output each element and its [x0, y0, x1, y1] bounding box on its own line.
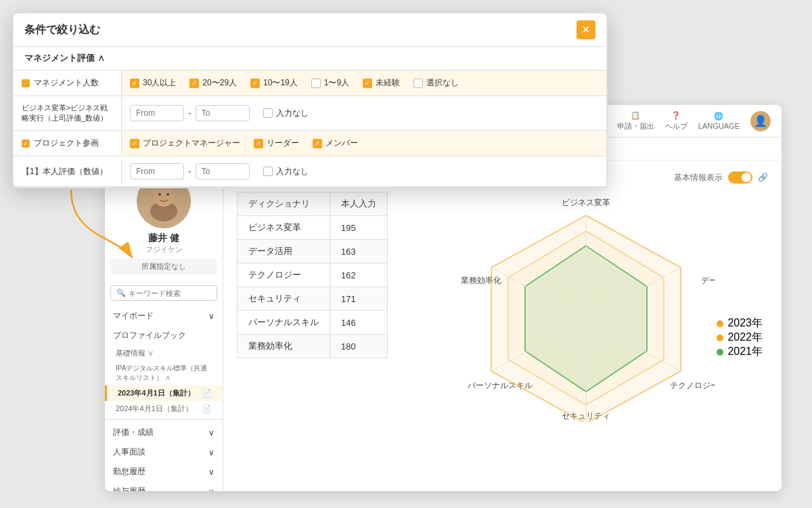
self-eval-from-input[interactable]	[130, 163, 184, 179]
main-area: 20XX年4月1日（集計） 基本情報表示 🔗 ディクショナリ 本人入力	[223, 161, 782, 491]
svg-text:ビジネス変革: ビジネス変革	[562, 198, 610, 207]
svg-text:テクノロジー: テクノロジー	[670, 381, 715, 390]
sidebar-item-2024[interactable]: 2024年4月1日（集計） 📄	[105, 401, 223, 417]
radar-chart-wrap: ビジネス変革 データ活用 テクノロジー セキュリティ パーソナルスキル 業務効率…	[404, 192, 768, 422]
sidebar-search: 🔍	[110, 285, 217, 301]
option-no-input[interactable]: 入力なし	[263, 108, 309, 119]
doc-icon: 📄	[202, 389, 212, 398]
cell-value: 162	[330, 263, 388, 287]
help-button[interactable]: ❓ ヘルプ	[665, 111, 687, 131]
sidebar-item-profilebook[interactable]: プロファイルブック	[105, 326, 223, 345]
table-row: テクノロジー 162	[238, 263, 388, 287]
cell-name: パーソナルスキル	[238, 311, 330, 335]
cell-name: テクノロジー	[238, 263, 330, 287]
data-section: ディクショナリ 本人入力 ビジネス変革 195データ活用 163テクノロジー 1…	[237, 192, 768, 422]
legend-dot-2023	[717, 320, 723, 327]
sidebar-item-interview[interactable]: 人事面談 ∨	[105, 442, 223, 462]
filter-row-self-eval: 【1】本人評価（数値） - 入力なし	[14, 156, 606, 187]
checkbox-checked-icon: ✓	[22, 140, 30, 148]
filter-label-self-eval: 【1】本人評価（数値）	[14, 159, 122, 184]
divider	[105, 419, 223, 420]
profile-kana: フジイケン	[145, 245, 183, 255]
legend-2023: 2023年	[717, 316, 763, 331]
filter-options-self-eval: - 入力なし	[122, 156, 606, 186]
option-20-29[interactable]: ✓ 20〜29人	[189, 77, 237, 89]
cell-name: セキュリティ	[238, 287, 330, 311]
table-row: パーソナルスキル 146	[238, 311, 388, 335]
col-header-dictionary: ディクショナリ	[238, 192, 330, 216]
profile-name: 藤井 健	[148, 232, 179, 245]
table-row: セキュリティ 171	[238, 287, 388, 311]
chevron-down-icon: ∨	[208, 448, 215, 457]
cell-value: 146	[330, 311, 388, 335]
option-project-manager[interactable]: ✓ プロジェクトマネージャー	[130, 137, 240, 149]
cell-name: 業務効率化	[238, 335, 330, 358]
option-no-selection[interactable]: 選択なし	[413, 77, 459, 89]
sidebar-search-input[interactable]	[129, 289, 211, 297]
table-row: ビジネス変革 195	[238, 216, 388, 240]
basic-info-toggle[interactable]	[728, 171, 752, 184]
arrow-annotation	[64, 183, 145, 267]
cell-value: 180	[330, 335, 388, 358]
data-table-wrap: ディクショナリ 本人入力 ビジネス変革 195データ活用 163テクノロジー 1…	[237, 192, 388, 422]
filter-label-business: ビジネス変革>ビジネス戦略実行（上司評価_数値）	[14, 96, 122, 130]
filter-options-business: - 入力なし	[122, 98, 606, 128]
doc-icon: 📄	[202, 404, 212, 413]
option-30plus[interactable]: ✓ 30人以上	[130, 77, 176, 89]
section-header-label: マネジメント評価 ∧	[24, 52, 105, 64]
radar-chart: ビジネス変革 データ活用 テクノロジー セキュリティ パーソナルスキル 業務効率…	[457, 192, 715, 422]
range-from-input[interactable]	[130, 105, 184, 121]
chevron-down-icon: ∨	[208, 428, 215, 438]
label-square-icon	[22, 79, 30, 87]
svg-text:データ活用: データ活用	[701, 276, 715, 285]
link-icon: 🔗	[758, 173, 768, 182]
cell-name: データ活用	[238, 240, 330, 263]
sidebar-item-attendance[interactable]: 勤怠履歴 ∨	[105, 462, 223, 482]
legend-dot-2022	[717, 335, 723, 341]
table-row: データ活用 163	[238, 240, 388, 263]
chevron-down-icon: ∨	[208, 467, 215, 477]
search-icon: 🔍	[116, 289, 126, 297]
range-to-input[interactable]	[196, 105, 250, 121]
nav-right: 📋 申請・届出 ❓ ヘルプ 🌐 LANGUAGE 👤	[617, 111, 771, 131]
legend-2021: 2021年	[717, 345, 763, 359]
sidebar-item-basic-info[interactable]: 基礎情報 ∨	[105, 345, 223, 361]
close-button[interactable]: ×	[577, 20, 595, 39]
range-business: -	[130, 105, 250, 121]
chevron-down-icon: ∨	[208, 312, 215, 321]
legend-2022: 2022年	[717, 331, 763, 345]
section-header-management: マネジメント評価 ∧	[14, 47, 606, 70]
sidebar-item-2023[interactable]: 2023年4月1日（集計） 📄	[105, 385, 223, 401]
filter-row-business: ビジネス変革>ビジネス戦略実行（上司評価_数値） - 入力なし	[14, 96, 606, 131]
sidebar-item-ipa[interactable]: IPAデジタルスキル標準（共通スキルリスト） ∧	[105, 361, 223, 385]
table-row: 業務効率化 180	[238, 335, 388, 358]
sidebar-item-evaluation[interactable]: 評価・成績 ∨	[105, 423, 223, 442]
chevron-down-icon: ∨	[208, 487, 215, 492]
option-1-9[interactable]: 1〜9人	[311, 77, 349, 89]
dialog-header: 条件で絞り込む ×	[14, 14, 606, 47]
apply-button[interactable]: 📋 申請・届出	[617, 111, 654, 131]
filter-options-project: ✓ プロジェクトマネージャー ✓ リーダー ✓ メンバー	[122, 131, 606, 156]
option-inexperienced[interactable]: ✓ 未経験	[363, 77, 400, 89]
filter-dialog: 条件で絞り込む × マネジメント評価 ∧ マネジメント人数 ✓ 30人以上 ✓ …	[12, 12, 608, 188]
sidebar-item-label: プロファイルブック	[113, 330, 186, 341]
option-10-19[interactable]: ✓ 10〜19人	[250, 77, 298, 89]
cell-name: ビジネス変革	[238, 216, 330, 240]
sidebar-item-salary[interactable]: 給与履歴 ∨	[105, 482, 223, 491]
arrow-svg	[64, 183, 145, 264]
app-content: 藤井 健 フジイケン 所属指定なし 🔍 マイボード ∨ プロファイルブック 基礎…	[105, 161, 782, 491]
self-eval-to-input[interactable]	[196, 163, 250, 179]
cell-value: 163	[330, 240, 388, 263]
filter-options-management: ✓ 30人以上 ✓ 20〜29人 ✓ 10〜19人 1〜9人 ✓ 未経験	[122, 70, 606, 96]
data-table: ディクショナリ 本人入力 ビジネス変革 195データ活用 163テクノロジー 1…	[237, 192, 388, 358]
svg-point-4	[166, 193, 169, 196]
sidebar-item-myboard[interactable]: マイボード ∨	[105, 306, 223, 326]
dialog-body: マネジメント評価 ∧ マネジメント人数 ✓ 30人以上 ✓ 20〜29人 ✓ 1…	[14, 47, 606, 187]
option-no-input-2[interactable]: 入力なし	[263, 166, 309, 177]
language-button[interactable]: 🌐 LANGUAGE	[698, 112, 740, 130]
option-member[interactable]: ✓ メンバー	[313, 137, 358, 149]
filter-row-project: ✓ プロジェクト参画 ✓ プロジェクトマネージャー ✓ リーダー ✓ メンバー	[14, 131, 606, 156]
avatar[interactable]: 👤	[750, 111, 771, 131]
option-leader[interactable]: ✓ リーダー	[254, 137, 299, 149]
dialog-title: 条件で絞り込む	[24, 23, 100, 37]
